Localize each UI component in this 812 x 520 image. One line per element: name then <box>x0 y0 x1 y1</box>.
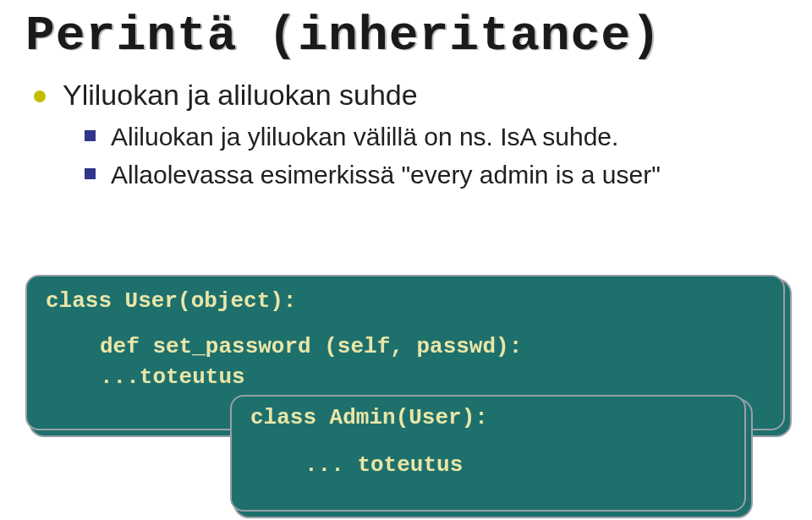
bullet-list: Yliluokan ja aliluokan suhde Aliluokan j… <box>34 79 787 191</box>
slide: Perintä (inheritance) Yliluokan ja alilu… <box>0 0 812 520</box>
slide-title: Perintä (inheritance) <box>25 8 787 63</box>
bullet-square-icon <box>85 168 96 179</box>
bullet-dot-icon <box>34 90 46 102</box>
bullet-level1-text: Yliluokan ja aliluokan suhde <box>63 79 418 112</box>
code-box-admin: class Admin(User): ... toteutus <box>230 395 746 512</box>
code-line: class User(object): <box>46 288 765 314</box>
bullet-level2b-text: Allaolevassa esimerkissä "every admin is… <box>111 158 661 191</box>
bullet-square-icon <box>85 130 96 141</box>
code-box-user: class User(object): def set_password (se… <box>25 275 785 430</box>
code-line: def set_password (self, passwd): <box>100 334 765 359</box>
bullet-level2: Aliluokan ja yliluokan välillä on ns. Is… <box>85 120 787 153</box>
code-line: class Admin(User): <box>250 405 727 430</box>
bullet-level2: Allaolevassa esimerkissä "every admin is… <box>85 158 787 191</box>
bullet-level2a-text: Aliluokan ja yliluokan välillä on ns. Is… <box>111 120 618 153</box>
code-line: ...toteutus <box>100 364 765 390</box>
code-area: class User(object): def set_password (se… <box>25 275 787 430</box>
bullet-level1: Yliluokan ja aliluokan suhde <box>34 79 787 112</box>
code-line: ... toteutus <box>304 452 727 478</box>
